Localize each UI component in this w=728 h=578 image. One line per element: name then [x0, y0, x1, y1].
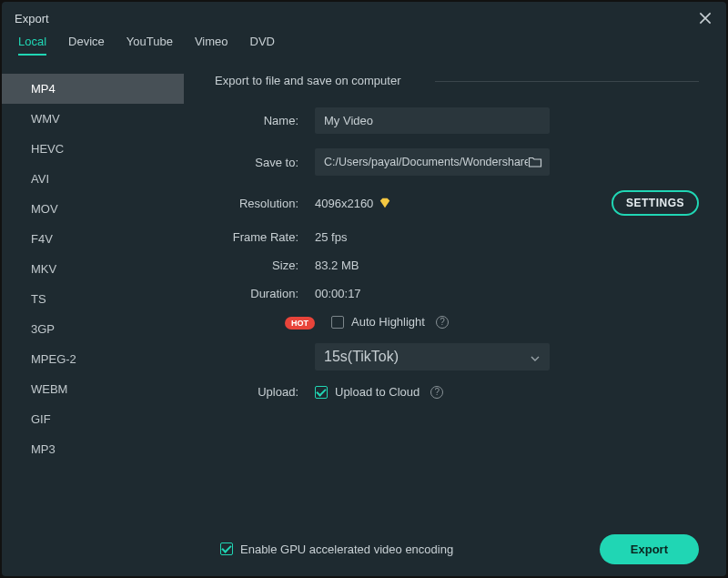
- section-title: Export to file and save on computer: [215, 74, 699, 87]
- upload-cloud-label: Upload to Cloud: [335, 385, 420, 399]
- duration-label: Duration:: [215, 287, 315, 300]
- help-icon[interactable]: ?: [430, 386, 443, 399]
- format-mov[interactable]: MOV: [2, 194, 184, 224]
- highlight-select-value: 15s(TikTok): [324, 349, 399, 365]
- gpu-label: Enable GPU accelerated video encoding: [240, 543, 453, 556]
- format-gif[interactable]: GIF: [2, 404, 184, 434]
- format-wmv[interactable]: WMV: [2, 104, 184, 134]
- saveto-label: Save to:: [215, 156, 315, 169]
- format-sidebar: MP4 WMV HEVC AVI MOV F4V MKV TS 3GP MPEG…: [2, 61, 184, 534]
- gpu-checkbox-row: Enable GPU accelerated video encoding: [220, 543, 453, 556]
- export-dialog: Export Local Device YouTube Vimeo DVD MP…: [2, 2, 726, 576]
- settings-button[interactable]: SETTINGS: [612, 190, 699, 216]
- format-mpeg2[interactable]: MPEG-2: [2, 344, 184, 374]
- tab-youtube[interactable]: YouTube: [126, 35, 173, 56]
- tab-local[interactable]: Local: [18, 35, 46, 56]
- resolution-value: 4096x2160: [315, 197, 373, 210]
- name-input[interactable]: [315, 107, 550, 134]
- hot-badge: HOT: [285, 317, 315, 330]
- tab-device[interactable]: Device: [68, 35, 105, 56]
- premium-diamond-icon: [379, 197, 391, 209]
- help-icon[interactable]: ?: [436, 316, 449, 329]
- tab-dvd[interactable]: DVD: [250, 35, 275, 56]
- auto-highlight-checkbox[interactable]: [331, 316, 344, 329]
- highlight-select[interactable]: 15s(TikTok): [315, 343, 550, 370]
- saveto-field[interactable]: C:/Users/payal/Documents/Wondershare/: [315, 148, 550, 176]
- footer: Enable GPU accelerated video encoding Ex…: [2, 522, 726, 576]
- frame-rate-label: Frame Rate:: [215, 230, 315, 244]
- format-ts[interactable]: TS: [2, 284, 184, 314]
- window-title: Export: [15, 12, 49, 25]
- gpu-checkbox[interactable]: [220, 543, 233, 555]
- close-icon[interactable]: [697, 10, 713, 26]
- name-label: Name:: [215, 114, 315, 127]
- resolution-label: Resolution:: [215, 197, 315, 210]
- chevron-down-icon: [530, 351, 541, 362]
- format-mkv[interactable]: MKV: [2, 254, 184, 284]
- auto-highlight-label: Auto Highlight: [351, 315, 425, 329]
- format-mp3[interactable]: MP3: [2, 434, 184, 464]
- format-avi[interactable]: AVI: [2, 164, 184, 194]
- tab-vimeo[interactable]: Vimeo: [195, 35, 228, 56]
- main-panel: Export to file and save on computer Name…: [184, 61, 726, 534]
- format-hevc[interactable]: HEVC: [2, 134, 184, 164]
- format-mp4[interactable]: MP4: [2, 74, 184, 104]
- export-button[interactable]: Export: [600, 534, 699, 564]
- titlebar: Export: [2, 2, 726, 35]
- format-webm[interactable]: WEBM: [2, 374, 184, 404]
- tabs: Local Device YouTube Vimeo DVD: [2, 35, 726, 61]
- frame-rate-value: 25 fps: [315, 230, 347, 244]
- size-label: Size:: [215, 259, 315, 272]
- format-f4v[interactable]: F4V: [2, 224, 184, 254]
- size-value: 83.2 MB: [315, 259, 359, 272]
- format-3gp[interactable]: 3GP: [2, 314, 184, 344]
- upload-cloud-checkbox[interactable]: [315, 386, 328, 399]
- saveto-path: C:/Users/payal/Documents/Wondershare/: [324, 156, 528, 168]
- upload-label: Upload:: [215, 385, 315, 399]
- folder-icon[interactable]: [528, 155, 542, 169]
- duration-value: 00:00:17: [315, 287, 361, 300]
